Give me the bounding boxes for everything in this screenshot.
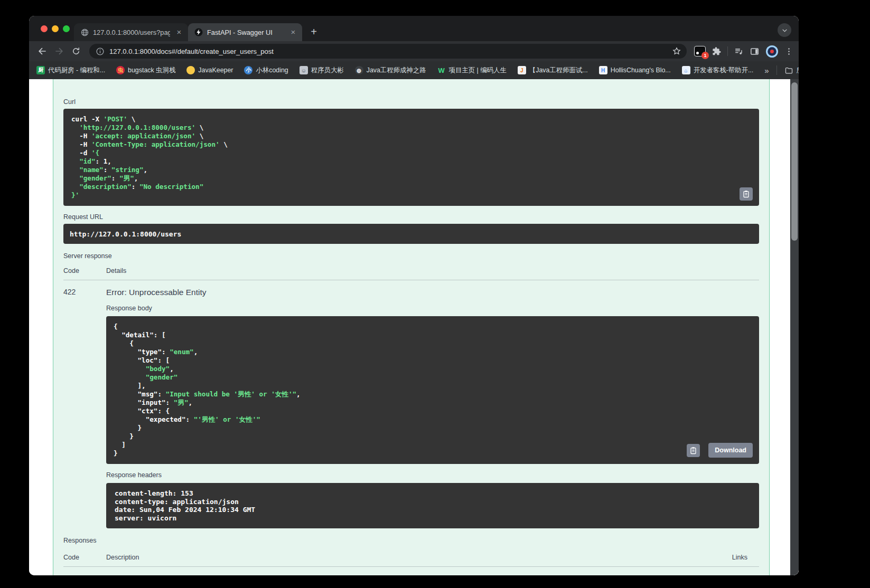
minimize-window-button[interactable] bbox=[52, 25, 59, 32]
copy-response-button[interactable] bbox=[687, 444, 700, 457]
responses-links-header: Links bbox=[732, 554, 759, 561]
back-arrow-icon bbox=[37, 46, 48, 56]
close-tab-icon[interactable]: × bbox=[288, 27, 298, 37]
bookmark-favicon: 虫 bbox=[116, 66, 125, 74]
bookmark-favicon: J bbox=[518, 66, 526, 74]
bookmark-label: 开发者客栈-帮助开... bbox=[694, 66, 754, 75]
bookmark-label: 小林coding bbox=[256, 66, 288, 75]
bookmark-item[interactable]: J【Java工程师面试... bbox=[518, 66, 588, 75]
bookmark-label: JavaKeeper bbox=[198, 67, 233, 74]
bookmark-label: bugstack 虫洞栈 bbox=[128, 66, 175, 75]
reload-button[interactable] bbox=[68, 43, 84, 59]
response-headers-block: content-length: 153content-type: applica… bbox=[106, 483, 759, 528]
request-url-block: http://127.0.0.1:8000/users bbox=[63, 224, 759, 244]
page-scrollbar[interactable] bbox=[790, 79, 799, 575]
bookmark-label: 【Java工程师面试... bbox=[529, 66, 588, 75]
toolbar-separator bbox=[727, 46, 728, 56]
tab-users-page[interactable]: 127.0.0.1:8000/users?page_i × bbox=[74, 23, 188, 41]
tab-title: 127.0.0.1:8000/users?page_i bbox=[93, 29, 170, 36]
chevron-down-icon bbox=[781, 27, 788, 34]
browser-toolbar: 127.0.0.1:8000/docs#/default/create_user… bbox=[29, 41, 799, 61]
tab-search-button[interactable] bbox=[778, 23, 791, 37]
back-button[interactable] bbox=[34, 43, 50, 59]
responses-label: Responses bbox=[63, 537, 759, 544]
bookmark-favicon: 小 bbox=[244, 66, 252, 74]
fullscreen-window-button[interactable] bbox=[63, 25, 70, 32]
browser-menu-kebab-icon[interactable] bbox=[784, 47, 793, 56]
forward-arrow-icon bbox=[54, 46, 64, 56]
bookmarks-right-group: » 所有书签 bbox=[764, 65, 799, 75]
address-bar[interactable]: 127.0.0.1:8000/docs#/default/create_user… bbox=[89, 44, 687, 59]
side-panel-icon[interactable] bbox=[750, 46, 760, 56]
response-row: 422 Error: Unprocessable Entity Response… bbox=[63, 280, 759, 528]
tab-swagger-ui[interactable]: FastAPI - Swagger UI × bbox=[188, 23, 302, 41]
details-column-header: Details bbox=[106, 267, 126, 274]
bookmark-item[interactable]: ☺程序员大彬 bbox=[300, 66, 344, 75]
toolbar-right-cluster: 1 bbox=[694, 45, 793, 58]
responses-description-header: Description bbox=[106, 554, 139, 561]
bookmark-item[interactable]: 厨代码厨房 - 编程和... bbox=[36, 66, 105, 75]
bookmark-label: 代码厨房 - 编程和... bbox=[48, 66, 105, 75]
bookmark-label: 项目主页 | 编码人生 bbox=[449, 66, 507, 75]
request-url-value: http://127.0.0.1:8000/users bbox=[70, 230, 181, 238]
bookmarks-bar: 厨代码厨房 - 编程和...虫bugstack 虫洞栈JavaKeeper小小林… bbox=[29, 61, 799, 79]
media-controls-icon[interactable] bbox=[734, 46, 744, 56]
bookmarks-overflow-chevron[interactable]: » bbox=[764, 66, 769, 75]
table-divider bbox=[63, 566, 759, 567]
request-url-label: Request URL bbox=[63, 213, 759, 221]
bookmark-star-icon[interactable] bbox=[669, 43, 685, 59]
tab-title: FastAPI - Swagger UI bbox=[207, 29, 284, 36]
new-tab-button[interactable]: + bbox=[306, 25, 321, 40]
bookmark-favicon: ◍ bbox=[355, 66, 363, 74]
response-body-block: { "detail": [ { "type": "enum", "loc": [… bbox=[106, 316, 759, 464]
bookmark-item[interactable]: ⌂开发者客栈-帮助开... bbox=[682, 66, 754, 75]
post-operation-block: Curl curl -X 'POST' \ 'http://127.0.0.1:… bbox=[53, 79, 770, 575]
close-tab-icon[interactable]: × bbox=[174, 27, 184, 37]
server-response-label: Server response bbox=[63, 252, 759, 260]
bookmark-item[interactable]: HHollisChuang's Blo... bbox=[599, 66, 671, 74]
fastapi-icon bbox=[194, 28, 203, 36]
tab-strip: 127.0.0.1:8000/users?page_i × FastAPI - … bbox=[29, 16, 799, 41]
response-body-label: Response body bbox=[106, 305, 759, 312]
bookmark-favicon: H bbox=[599, 66, 607, 74]
download-button[interactable]: Download bbox=[708, 443, 753, 458]
url-text[interactable]: 127.0.0.1:8000/docs#/default/create_user… bbox=[109, 48, 664, 55]
bookmark-favicon: ☺ bbox=[300, 66, 308, 74]
window-controls bbox=[41, 25, 70, 32]
close-window-button[interactable] bbox=[41, 25, 48, 32]
bookmark-item[interactable]: JavaKeeper bbox=[186, 66, 233, 74]
extension-badge: 1 bbox=[701, 52, 709, 59]
browser-window: 127.0.0.1:8000/users?page_i × FastAPI - … bbox=[29, 16, 799, 575]
error-message: Error: Unprocessable Entity bbox=[106, 288, 759, 297]
curl-command-block: curl -X 'POST' \ 'http://127.0.0.1:8000/… bbox=[63, 109, 759, 206]
code-column-header: Code bbox=[63, 267, 106, 274]
bookmark-favicon: 厨 bbox=[36, 66, 45, 74]
bookmark-label: 程序员大彬 bbox=[311, 66, 344, 75]
adblock-extension-icon[interactable]: 1 bbox=[694, 46, 706, 56]
server-response-table-header: Code Details bbox=[63, 267, 759, 274]
site-info-icon[interactable] bbox=[96, 47, 105, 56]
folder-icon bbox=[784, 66, 793, 75]
extensions-puzzle-icon[interactable] bbox=[712, 46, 722, 56]
bookmark-favicon: ⌂ bbox=[682, 66, 690, 74]
status-code: 422 bbox=[63, 288, 106, 528]
bookmark-item[interactable]: ◍Java工程师成神之路 bbox=[355, 66, 426, 75]
response-headers-label: Response headers bbox=[106, 471, 759, 479]
bookmark-item[interactable]: 小小林coding bbox=[244, 66, 288, 75]
profile-avatar[interactable] bbox=[765, 45, 779, 58]
bookmark-favicon: W bbox=[437, 66, 446, 74]
bookmark-label: Java工程师成神之路 bbox=[367, 66, 426, 75]
responses-code-header: Code bbox=[63, 554, 106, 561]
bookmark-item[interactable]: W项目主页 | 编码人生 bbox=[437, 66, 507, 75]
bookmark-item[interactable]: 虫bugstack 虫洞栈 bbox=[116, 66, 175, 75]
all-bookmarks-button[interactable]: 所有书签 bbox=[784, 66, 799, 75]
reload-icon bbox=[71, 46, 81, 56]
bookmark-label: HollisChuang's Blo... bbox=[611, 67, 671, 74]
scrollbar-thumb[interactable] bbox=[791, 82, 798, 241]
bookmarks-separator bbox=[777, 65, 777, 75]
all-bookmarks-label: 所有书签 bbox=[797, 66, 799, 75]
responses-table-header: Code Description Links bbox=[63, 554, 759, 561]
copy-to-clipboard-button[interactable] bbox=[740, 187, 753, 201]
forward-button[interactable] bbox=[51, 43, 67, 59]
clipboard-icon bbox=[689, 447, 697, 454]
